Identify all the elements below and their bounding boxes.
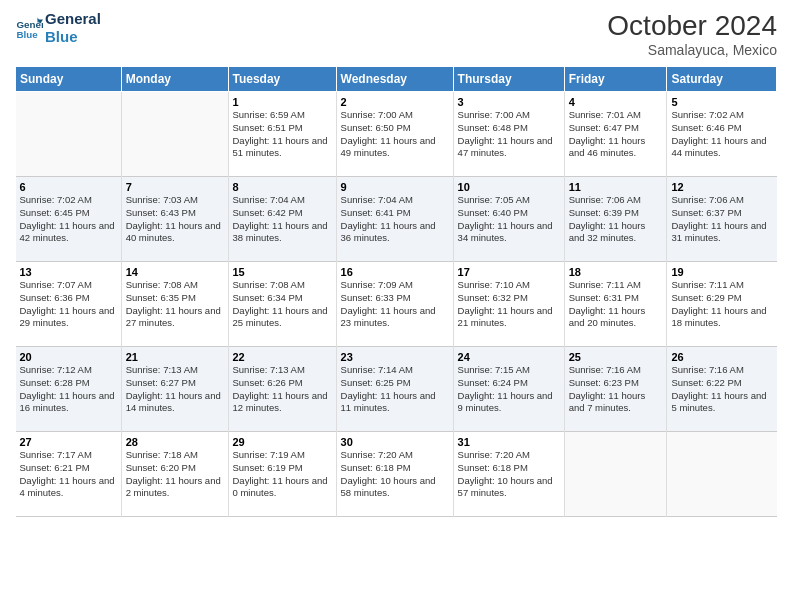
calendar-day-cell: 10Sunrise: 7:05 AMSunset: 6:40 PMDayligh… [453,177,564,262]
day-info-line: Sunset: 6:34 PM [233,292,303,303]
day-info-line: Daylight: 11 hours and 36 minutes. [341,220,436,244]
day-number: 27 [20,436,117,448]
day-info-line: Daylight: 11 hours and 38 minutes. [233,220,328,244]
day-info: Sunrise: 7:08 AMSunset: 6:35 PMDaylight:… [126,279,224,330]
day-number: 13 [20,266,117,278]
day-info-line: Sunset: 6:48 PM [458,122,528,133]
day-info-line: Sunrise: 7:13 AM [233,364,305,375]
calendar-day-cell: 1Sunrise: 6:59 AMSunset: 6:51 PMDaylight… [228,92,336,177]
col-thursday: Thursday [453,67,564,92]
day-info-line: Sunset: 6:39 PM [569,207,639,218]
day-info: Sunrise: 7:00 AMSunset: 6:50 PMDaylight:… [341,109,449,160]
day-info: Sunrise: 7:14 AMSunset: 6:25 PMDaylight:… [341,364,449,415]
day-info-line: Sunrise: 7:20 AM [458,449,530,460]
day-info-line: Daylight: 11 hours and 2 minutes. [126,475,221,499]
day-info-line: Sunset: 6:37 PM [671,207,741,218]
calendar-day-cell: 14Sunrise: 7:08 AMSunset: 6:35 PMDayligh… [121,262,228,347]
col-friday: Friday [564,67,667,92]
calendar-day-cell: 27Sunrise: 7:17 AMSunset: 6:21 PMDayligh… [16,432,122,517]
day-info-line: Sunrise: 7:15 AM [458,364,530,375]
day-info-line: Daylight: 11 hours and 32 minutes. [569,220,646,244]
day-info-line: Sunset: 6:42 PM [233,207,303,218]
calendar-day-cell: 13Sunrise: 7:07 AMSunset: 6:36 PMDayligh… [16,262,122,347]
day-info: Sunrise: 7:11 AMSunset: 6:31 PMDaylight:… [569,279,663,330]
day-info: Sunrise: 7:10 AMSunset: 6:32 PMDaylight:… [458,279,560,330]
day-info: Sunrise: 7:17 AMSunset: 6:21 PMDaylight:… [20,449,117,500]
calendar-day-cell: 22Sunrise: 7:13 AMSunset: 6:26 PMDayligh… [228,347,336,432]
day-info-line: Sunset: 6:31 PM [569,292,639,303]
day-number: 8 [233,181,332,193]
day-info-line: Sunset: 6:47 PM [569,122,639,133]
day-info-line: Sunrise: 7:14 AM [341,364,413,375]
calendar-day-cell: 20Sunrise: 7:12 AMSunset: 6:28 PMDayligh… [16,347,122,432]
col-tuesday: Tuesday [228,67,336,92]
day-info: Sunrise: 7:05 AMSunset: 6:40 PMDaylight:… [458,194,560,245]
day-info-line: Daylight: 11 hours and 18 minutes. [671,305,766,329]
day-info-line: Daylight: 11 hours and 49 minutes. [341,135,436,159]
day-info-line: Sunrise: 7:09 AM [341,279,413,290]
calendar-day-cell: 7Sunrise: 7:03 AMSunset: 6:43 PMDaylight… [121,177,228,262]
day-info-line: Daylight: 11 hours and 34 minutes. [458,220,553,244]
day-info-line: Daylight: 10 hours and 58 minutes. [341,475,436,499]
day-info-line: Sunrise: 7:05 AM [458,194,530,205]
day-info-line: Sunset: 6:43 PM [126,207,196,218]
calendar-day-cell: 12Sunrise: 7:06 AMSunset: 6:37 PMDayligh… [667,177,777,262]
day-info-line: Sunrise: 7:03 AM [126,194,198,205]
day-number: 26 [671,351,772,363]
day-number: 10 [458,181,560,193]
col-monday: Monday [121,67,228,92]
day-number: 16 [341,266,449,278]
day-info-line: Sunrise: 7:01 AM [569,109,641,120]
day-info-line: Daylight: 11 hours and 11 minutes. [341,390,436,414]
calendar-week-row: 27Sunrise: 7:17 AMSunset: 6:21 PMDayligh… [16,432,777,517]
calendar-day-cell: 31Sunrise: 7:20 AMSunset: 6:18 PMDayligh… [453,432,564,517]
logo-text-line2: Blue [45,28,101,46]
col-wednesday: Wednesday [336,67,453,92]
day-info-line: Sunset: 6:27 PM [126,377,196,388]
calendar-day-cell [121,92,228,177]
day-info: Sunrise: 7:09 AMSunset: 6:33 PMDaylight:… [341,279,449,330]
day-info-line: Daylight: 11 hours and 7 minutes. [569,390,646,414]
calendar-day-cell [667,432,777,517]
day-info: Sunrise: 7:16 AMSunset: 6:23 PMDaylight:… [569,364,663,415]
calendar-day-cell [564,432,667,517]
calendar-day-cell: 17Sunrise: 7:10 AMSunset: 6:32 PMDayligh… [453,262,564,347]
day-info: Sunrise: 7:20 AMSunset: 6:18 PMDaylight:… [341,449,449,500]
calendar-container: General Blue General Blue October 2024 S… [0,0,792,527]
day-info-line: Daylight: 11 hours and 9 minutes. [458,390,553,414]
calendar-day-cell: 21Sunrise: 7:13 AMSunset: 6:27 PMDayligh… [121,347,228,432]
day-info-line: Sunset: 6:51 PM [233,122,303,133]
day-info-line: Sunset: 6:36 PM [20,292,90,303]
day-info: Sunrise: 7:04 AMSunset: 6:41 PMDaylight:… [341,194,449,245]
calendar-week-row: 13Sunrise: 7:07 AMSunset: 6:36 PMDayligh… [16,262,777,347]
day-number: 23 [341,351,449,363]
day-info-line: Sunrise: 7:16 AM [671,364,743,375]
day-info: Sunrise: 7:04 AMSunset: 6:42 PMDaylight:… [233,194,332,245]
day-info: Sunrise: 7:07 AMSunset: 6:36 PMDaylight:… [20,279,117,330]
calendar-day-cell: 23Sunrise: 7:14 AMSunset: 6:25 PMDayligh… [336,347,453,432]
calendar-day-cell: 5Sunrise: 7:02 AMSunset: 6:46 PMDaylight… [667,92,777,177]
day-info-line: Sunrise: 7:02 AM [20,194,92,205]
day-number: 28 [126,436,224,448]
calendar-day-cell: 9Sunrise: 7:04 AMSunset: 6:41 PMDaylight… [336,177,453,262]
day-number: 12 [671,181,772,193]
calendar-day-cell: 16Sunrise: 7:09 AMSunset: 6:33 PMDayligh… [336,262,453,347]
day-info: Sunrise: 7:06 AMSunset: 6:37 PMDaylight:… [671,194,772,245]
col-saturday: Saturday [667,67,777,92]
day-info-line: Sunrise: 6:59 AM [233,109,305,120]
day-info: Sunrise: 7:06 AMSunset: 6:39 PMDaylight:… [569,194,663,245]
day-info-line: Daylight: 11 hours and 51 minutes. [233,135,328,159]
calendar-header-row: Sunday Monday Tuesday Wednesday Thursday… [16,67,777,92]
calendar-day-cell: 4Sunrise: 7:01 AMSunset: 6:47 PMDaylight… [564,92,667,177]
day-info-line: Sunrise: 7:20 AM [341,449,413,460]
day-number: 7 [126,181,224,193]
day-info-line: Daylight: 11 hours and 14 minutes. [126,390,221,414]
day-info-line: Sunrise: 7:08 AM [233,279,305,290]
logo-icon: General Blue [15,14,43,42]
day-info-line: Sunrise: 7:06 AM [569,194,641,205]
day-info-line: Sunset: 6:33 PM [341,292,411,303]
day-info-line: Daylight: 11 hours and 4 minutes. [20,475,115,499]
day-info-line: Daylight: 11 hours and 31 minutes. [671,220,766,244]
day-number: 11 [569,181,663,193]
logo: General Blue General Blue [15,10,101,46]
